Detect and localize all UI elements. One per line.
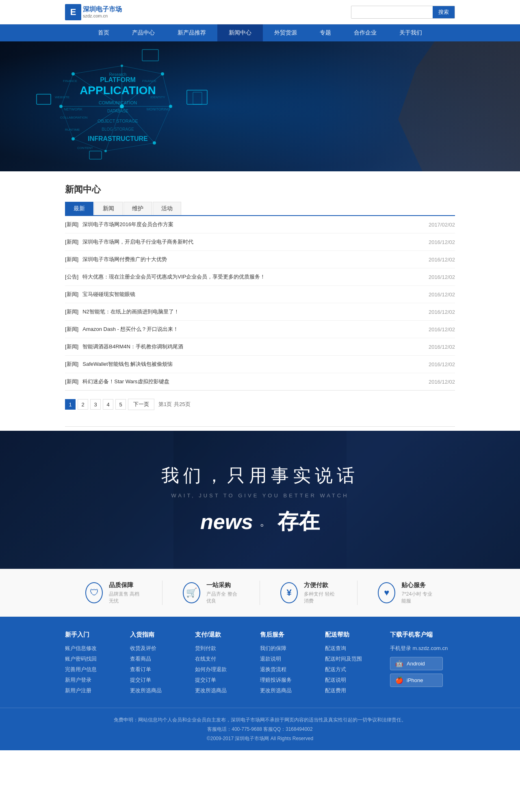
news-title-2[interactable]: 深圳电子市场网付费推广的十大优势	[82, 256, 167, 263]
banner2-news-row: news 。 存在	[161, 508, 359, 536]
footer-col-download: 下载手机客户端 手机登录 m.szdz.com.cn 🤖 Android 🍎 i…	[390, 631, 455, 698]
tab-news[interactable]: 新闻	[94, 202, 123, 215]
footer-link-submit-order-2[interactable]: 提交订单	[195, 676, 260, 684]
page-btn-4[interactable]: 4	[103, 399, 113, 410]
nav-item-home[interactable]: 首页	[87, 24, 121, 41]
footer-link-account-edit[interactable]: 账户信息修改	[65, 645, 130, 652]
purchase-title: 一站采购	[206, 581, 239, 589]
payment-text: 方便付款 多种支付 轻松消费	[304, 581, 337, 605]
nav-item-new-products[interactable]: 新产品推荐	[166, 24, 217, 41]
svg-rect-42	[37, 94, 51, 104]
service-title: 贴心服务	[401, 581, 435, 589]
tab-maintenance[interactable]: 维护	[124, 202, 152, 215]
svg-line-10	[122, 66, 162, 74]
search-button[interactable]: 搜索	[433, 6, 455, 18]
android-download-btn[interactable]: 🤖 Android	[390, 657, 443, 670]
footer-link-refund[interactable]: 如何办理退款	[195, 666, 260, 673]
news-item-3: [公告] 特大优惠：现在注册企业会员可优惠成为VIP企业会员，享受更多的优质服务…	[65, 268, 455, 286]
search-input[interactable]	[351, 7, 433, 17]
news-tag-5: [新闻]	[65, 308, 78, 315]
footer-link-delivery-method[interactable]: 配送方式	[325, 666, 390, 673]
news-date-8: 2016/12/02	[429, 361, 455, 367]
banner2-news-label: news	[200, 510, 253, 534]
svg-point-20	[161, 72, 164, 76]
news-item-7: [新闻] 智能调酒器B4RM4N：手机教你调制鸡尾酒 2016/12/02	[65, 338, 455, 356]
page-btn-1[interactable]: 1	[65, 399, 76, 410]
footer-link-cod[interactable]: 货到付款	[195, 645, 260, 652]
page-next-btn[interactable]: 下一页	[128, 399, 154, 410]
footer-link-delivery-fee[interactable]: 配送费用	[325, 687, 390, 694]
news-title-6[interactable]: Amazon Dash - 想买什么？开口说出来！	[82, 326, 178, 333]
quality-title: 品质保障	[109, 581, 142, 589]
nav-item-partners[interactable]: 合作企业	[342, 24, 388, 41]
footer-link-delivery-time[interactable]: 配送时间及范围	[325, 655, 390, 663]
logo-sub-text: szdz.com.cn	[83, 13, 122, 19]
footer-link-login[interactable]: 新用户登录	[65, 676, 130, 684]
footer-link-review[interactable]: 收货及评价	[130, 645, 195, 652]
footer-link-complaint[interactable]: 理赔投诉服务	[260, 676, 325, 684]
nav-item-foreign[interactable]: 外贸货源	[263, 24, 308, 41]
news-tag-4: [新闻]	[65, 291, 78, 298]
footer: 新手入门 账户信息修改 账户密码找回 完善用户信息 新用户登录 新用户注册 入货…	[0, 617, 520, 708]
hero-banner: APPLICATION PLATFORM Research COMMUNICAT…	[0, 41, 520, 171]
svg-point-19	[72, 137, 75, 140]
svg-rect-46	[142, 50, 158, 61]
service-icon: ♥	[378, 582, 395, 603]
main-nav: 首页 产品中心 新产品推荐 新闻中心 外贸货源 专题 合作企业 关于我们	[0, 24, 520, 41]
svg-line-12	[61, 106, 73, 139]
svg-line-13	[154, 106, 171, 143]
footer-link-delivery-query[interactable]: 配送查询	[325, 645, 390, 652]
service-text: 贴心服务 7*24小时 专业能服	[401, 581, 435, 605]
svg-text:IDENTITY: IDENTITY	[150, 95, 165, 99]
feature-purchase: 🛒 一站采购 产品齐全 整合优良	[162, 581, 260, 605]
footer-link-register[interactable]: 新用户注册	[65, 687, 130, 694]
page-current: 第1页	[158, 401, 172, 408]
footer-link-online-pay[interactable]: 在线支付	[195, 655, 260, 663]
banner2-sub-text: WAIT, JUST TO GIVE YOU BETTER WATCH	[161, 492, 359, 499]
tab-activities[interactable]: 活动	[153, 202, 181, 215]
nav-item-products[interactable]: 产品中心	[121, 24, 166, 41]
footer-link-change-items-3[interactable]: 更改所选商品	[260, 687, 325, 694]
news-tag-9: [新闻]	[65, 378, 78, 385]
nav-item-news[interactable]: 新闻中心	[217, 24, 263, 41]
footer-link-view-items[interactable]: 查看商品	[130, 655, 195, 663]
footer-link-view-orders[interactable]: 查看订单	[130, 666, 195, 673]
header: E 深圳电子市场 szdz.com.cn 搜索	[0, 0, 520, 24]
banner2-content: 我们，只用事实说话 WAIT, JUST TO GIVE YOU BETTER …	[161, 464, 359, 536]
footer-link-delivery-desc[interactable]: 配送说明	[325, 676, 390, 684]
news-title-0[interactable]: 深圳电子市场网2016年度会员合作方案	[82, 221, 173, 228]
news-item-0: [新闻] 深圳电子市场网2016年度会员合作方案 2017/02/02	[65, 216, 455, 233]
iphone-download-btn[interactable]: 🍎 iPhone	[390, 674, 443, 687]
footer-link-password[interactable]: 账户密码找回	[65, 655, 130, 663]
page-btn-5[interactable]: 5	[115, 399, 126, 410]
footer-link-change-items-2[interactable]: 更改所选商品	[195, 687, 260, 694]
logo[interactable]: E 深圳电子市场 szdz.com.cn	[65, 4, 122, 20]
tab-latest[interactable]: 最新	[65, 202, 93, 215]
logo-icon: E	[65, 4, 81, 20]
footer-link-return-desc[interactable]: 退款说明	[260, 655, 325, 663]
news-title-4[interactable]: 宝马碰碰现实智能眼镜	[82, 291, 135, 298]
page-btn-3[interactable]: 3	[90, 399, 101, 410]
footer-col-1-title: 新手入门	[65, 631, 130, 639]
footer-link-user-info[interactable]: 完善用户信息	[65, 666, 130, 673]
news-item-4: [新闻] 宝马碰碰现实智能眼镜 2016/12/02	[65, 286, 455, 303]
nav-item-topics[interactable]: 专题	[308, 24, 342, 41]
nav-item-about[interactable]: 关于我们	[388, 24, 433, 41]
news-title-9[interactable]: 科幻迷必备！Star Wars虚拟控影键盘	[82, 378, 169, 385]
footer-link-return-process[interactable]: 退换货流程	[260, 666, 325, 673]
news-section: 新闻中心 最新 新闻 维护 活动 [新闻] 深圳电子市场网2016年度会员合作方…	[0, 171, 520, 431]
footer-link-change-items[interactable]: 更改所选商品	[130, 687, 195, 694]
svg-line-11	[162, 74, 171, 106]
news-title-8[interactable]: SafeWallet智能钱包 解决钱包被偷烦恼	[82, 361, 173, 368]
news-date-3: 2016/12/02	[429, 274, 455, 280]
news-title-1[interactable]: 深圳电子市场网，开启电子行业电子商务新时代	[82, 238, 193, 246]
news-tag-7: [新闻]	[65, 343, 78, 350]
news-title-7[interactable]: 智能调酒器B4RM4N：手机教你调制鸡尾酒	[82, 343, 183, 350]
news-title-3[interactable]: 特大优惠：现在注册企业会员可优惠成为VIP企业会员，享受更多的优质服务！	[82, 273, 265, 281]
iphone-label: iPhone	[407, 677, 423, 683]
footer-link-submit-order[interactable]: 提交订单	[130, 676, 195, 684]
news-item-2: [新闻] 深圳电子市场网付费推广的十大优势 2016/12/02	[65, 251, 455, 268]
news-title-5[interactable]: N2智能笔：在纸上的画插进到电脑里了！	[82, 308, 179, 315]
page-btn-2[interactable]: 2	[78, 399, 88, 410]
footer-link-guarantee[interactable]: 我们的保障	[260, 645, 325, 652]
